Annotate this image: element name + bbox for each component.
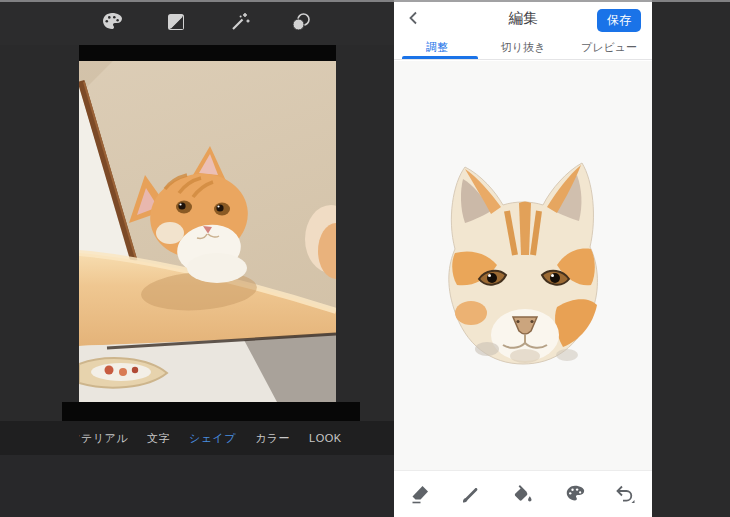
fill-bucket-icon[interactable] bbox=[511, 483, 533, 505]
left-tab-bar: マテリアル 文字 シェイプ カラー LOOK bbox=[0, 421, 394, 455]
letterbox-top bbox=[79, 45, 336, 61]
window-top-edge bbox=[0, 0, 730, 2]
letterbox-bottom bbox=[62, 402, 360, 421]
eraser-icon[interactable] bbox=[409, 483, 431, 505]
save-button[interactable]: 保存 bbox=[597, 9, 641, 32]
blend-circles-icon[interactable] bbox=[289, 10, 313, 34]
undo-icon[interactable] bbox=[614, 483, 636, 505]
left-action-bar bbox=[0, 455, 394, 517]
tab-material[interactable]: マテリアル bbox=[79, 431, 128, 446]
left-screen-capture-app: マテリアル 文字 シェイプ カラー LOOK bbox=[0, 0, 394, 517]
cat-photo bbox=[79, 61, 336, 402]
edit-header: 編集 保存 bbox=[394, 0, 652, 36]
tab-shape[interactable]: シェイプ bbox=[189, 431, 236, 446]
filter-square-icon[interactable] bbox=[164, 10, 188, 34]
active-tab-underline bbox=[402, 56, 478, 59]
right-screen-edit-app: 編集 保存 調整 切り抜き プレビュー bbox=[394, 0, 652, 517]
brush-icon[interactable] bbox=[459, 483, 481, 505]
composition: マテリアル 文字 シェイプ カラー LOOK bbox=[0, 0, 730, 517]
tab-text[interactable]: 文字 bbox=[147, 431, 170, 446]
vectorized-cat-image bbox=[427, 157, 619, 371]
left-top-toolbar bbox=[0, 0, 394, 45]
edit-tab-bar: 調整 切り抜き プレビュー bbox=[394, 36, 652, 60]
palette-icon[interactable] bbox=[100, 10, 124, 34]
magic-wand-icon[interactable] bbox=[228, 10, 252, 34]
tab-look[interactable]: LOOK bbox=[309, 432, 342, 444]
palette-icon[interactable] bbox=[564, 483, 586, 505]
edit-tool-bar bbox=[394, 470, 652, 517]
edit-canvas[interactable] bbox=[394, 61, 652, 470]
tab-crop[interactable]: 切り抜き bbox=[480, 36, 566, 59]
tab-preview[interactable]: プレビュー bbox=[566, 36, 652, 59]
tab-color[interactable]: カラー bbox=[255, 431, 290, 446]
